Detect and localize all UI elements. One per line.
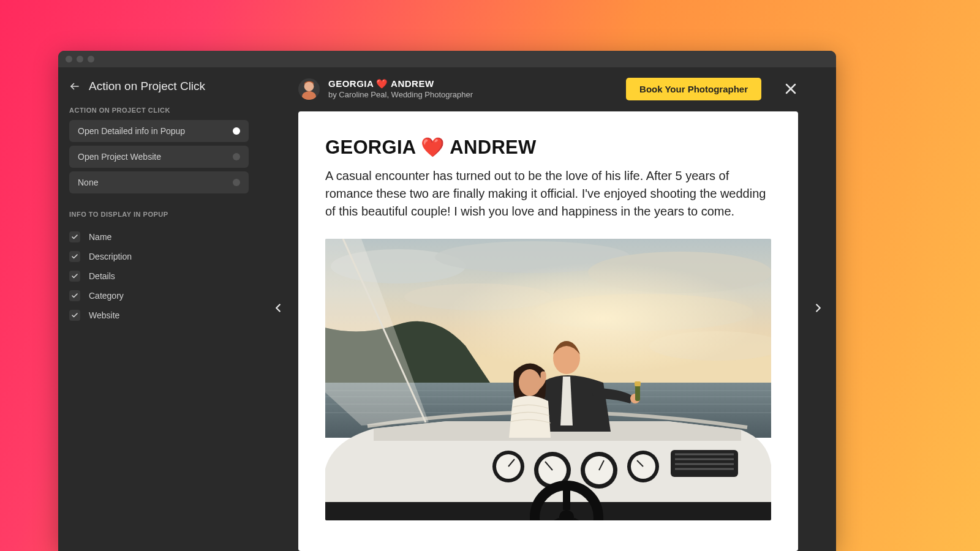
- popup-titles: GEORGIA ❤️ ANDREW by Caroline Peal, Wedd…: [328, 78, 473, 99]
- popup-header-subtitle: by Caroline Peal, Wedding Photographer: [328, 90, 473, 99]
- popup-header: GEORGIA ❤️ ANDREW by Caroline Peal, Wedd…: [298, 67, 798, 102]
- preview-area: GEORGIA ❤️ ANDREW by Caroline Peal, Wedd…: [260, 67, 836, 551]
- traffic-light-minimize-icon[interactable]: [77, 56, 83, 62]
- check-group-info: Name Description Details Category Websit…: [58, 224, 260, 328]
- project-card: GEORGIA ❤️ ANDREW A casual encounter has…: [298, 111, 798, 551]
- checkbox-checked-icon: [69, 251, 80, 262]
- checkbox-checked-icon: [69, 271, 80, 282]
- check-label: Category: [89, 291, 124, 301]
- check-label: Website: [89, 310, 119, 320]
- traffic-light-zoom-icon[interactable]: [88, 56, 94, 62]
- svg-rect-45: [635, 384, 640, 401]
- radio-label: Open Project Website: [78, 152, 161, 162]
- check-label: Details: [89, 271, 115, 281]
- app-window: Action on Project Click ACTION ON PROJEC…: [58, 51, 836, 551]
- svg-rect-46: [635, 381, 641, 386]
- check-details[interactable]: Details: [69, 268, 249, 284]
- settings-sidebar: Action on Project Click ACTION ON PROJEC…: [58, 67, 260, 551]
- section-label-info: INFO TO DISPLAY IN POPUP: [58, 211, 260, 224]
- check-name[interactable]: Name: [69, 229, 249, 245]
- cta-button[interactable]: Book Your Photographer: [626, 78, 761, 100]
- radio-label: Open Detailed info in Popup: [78, 126, 185, 136]
- checkbox-checked-icon: [69, 290, 80, 301]
- sidebar-title: Action on Project Click: [89, 80, 205, 93]
- project-description: A casual encounter has turned out to be …: [325, 167, 771, 220]
- project-photo: [325, 239, 771, 520]
- author-avatar[interactable]: [298, 78, 320, 100]
- app-body: Action on Project Click ACTION ON PROJEC…: [58, 67, 836, 551]
- radio-dot-icon: [233, 153, 240, 160]
- popup-header-title: GEORGIA ❤️ ANDREW: [328, 78, 473, 89]
- section-label-action: ACTION ON PROJECT CLICK: [58, 107, 260, 120]
- check-description[interactable]: Description: [69, 249, 249, 264]
- close-icon[interactable]: [783, 81, 798, 96]
- popup-preview: GEORGIA ❤️ ANDREW by Caroline Peal, Wedd…: [260, 67, 836, 551]
- check-label: Name: [89, 232, 111, 242]
- radio-open-popup[interactable]: Open Detailed info in Popup: [69, 120, 249, 142]
- radio-dot-icon: [233, 127, 240, 135]
- check-website[interactable]: Website: [69, 307, 249, 323]
- radio-group-action: Open Detailed info in Popup Open Project…: [58, 120, 260, 193]
- check-category[interactable]: Category: [69, 288, 249, 304]
- sidebar-header: Action on Project Click: [58, 67, 260, 107]
- svg-point-47: [519, 369, 541, 396]
- checkbox-checked-icon: [69, 231, 80, 242]
- window-titlebar: [58, 51, 836, 67]
- radio-none[interactable]: None: [69, 171, 249, 193]
- check-label: Description: [89, 252, 132, 261]
- project-title: GEORGIA ❤️ ANDREW: [325, 136, 771, 159]
- back-arrow-icon[interactable]: [69, 81, 80, 92]
- traffic-light-close-icon[interactable]: [66, 56, 72, 62]
- radio-open-website[interactable]: Open Project Website: [69, 146, 249, 168]
- checkbox-checked-icon: [69, 310, 80, 321]
- radio-dot-icon: [233, 179, 240, 186]
- radio-label: None: [78, 178, 98, 187]
